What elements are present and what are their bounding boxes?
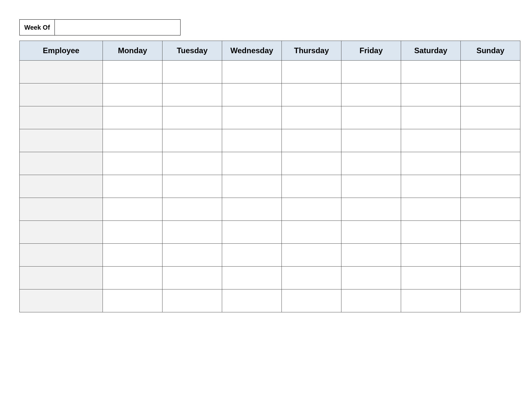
schedule-cell[interactable] (222, 198, 282, 221)
schedule-cell[interactable] (461, 61, 520, 83)
schedule-cell[interactable] (341, 244, 401, 267)
schedule-cell[interactable] (341, 106, 401, 129)
schedule-cell[interactable] (401, 221, 461, 244)
employee-cell[interactable] (20, 198, 103, 221)
schedule-cell[interactable] (222, 83, 282, 106)
header-saturday: Saturday (401, 41, 461, 61)
schedule-cell[interactable] (163, 244, 222, 267)
schedule-cell[interactable] (341, 221, 401, 244)
table-row (20, 221, 520, 244)
schedule-cell[interactable] (103, 244, 163, 267)
schedule-cell[interactable] (163, 83, 222, 106)
schedule-cell[interactable] (103, 289, 163, 312)
header-sunday: Sunday (461, 41, 520, 61)
schedule-cell[interactable] (163, 267, 222, 289)
schedule-cell[interactable] (163, 152, 222, 175)
employee-cell[interactable] (20, 83, 103, 106)
schedule-cell[interactable] (103, 83, 163, 106)
schedule-cell[interactable] (401, 129, 461, 152)
schedule-cell[interactable] (282, 198, 341, 221)
schedule-cell[interactable] (103, 129, 163, 152)
schedule-cell[interactable] (163, 198, 222, 221)
schedule-cell[interactable] (103, 61, 163, 83)
schedule-cell[interactable] (222, 61, 282, 83)
schedule-cell[interactable] (163, 221, 222, 244)
employee-cell[interactable] (20, 106, 103, 129)
schedule-cell[interactable] (341, 61, 401, 83)
schedule-cell[interactable] (163, 289, 222, 312)
schedule-cell[interactable] (163, 175, 222, 198)
week-of-label: Week Of (19, 19, 55, 35)
schedule-cell[interactable] (341, 83, 401, 106)
employee-cell[interactable] (20, 244, 103, 267)
schedule-cell[interactable] (163, 61, 222, 83)
schedule-cell[interactable] (401, 152, 461, 175)
schedule-cell[interactable] (461, 244, 520, 267)
schedule-cell[interactable] (222, 175, 282, 198)
schedule-cell[interactable] (461, 221, 520, 244)
table-row (20, 175, 520, 198)
schedule-cell[interactable] (282, 61, 341, 83)
schedule-cell[interactable] (222, 221, 282, 244)
schedule-cell[interactable] (401, 244, 461, 267)
week-of-input[interactable] (55, 19, 181, 35)
schedule-cell[interactable] (282, 267, 341, 289)
schedule-cell[interactable] (103, 152, 163, 175)
schedule-cell[interactable] (222, 106, 282, 129)
schedule-cell[interactable] (401, 61, 461, 83)
schedule-cell[interactable] (103, 198, 163, 221)
schedule-cell[interactable] (163, 129, 222, 152)
schedule-cell[interactable] (222, 289, 282, 312)
employee-cell[interactable] (20, 267, 103, 289)
schedule-cell[interactable] (341, 198, 401, 221)
schedule-cell[interactable] (103, 106, 163, 129)
schedule-cell[interactable] (103, 221, 163, 244)
schedule-cell[interactable] (401, 83, 461, 106)
schedule-cell[interactable] (401, 267, 461, 289)
schedule-cell[interactable] (103, 267, 163, 289)
schedule-cell[interactable] (222, 267, 282, 289)
schedule-cell[interactable] (461, 83, 520, 106)
employee-cell[interactable] (20, 175, 103, 198)
employee-cell[interactable] (20, 289, 103, 312)
schedule-cell[interactable] (163, 106, 222, 129)
header-employee: Employee (20, 41, 103, 61)
schedule-cell[interactable] (222, 152, 282, 175)
schedule-cell[interactable] (401, 175, 461, 198)
schedule-cell[interactable] (461, 129, 520, 152)
schedule-cell[interactable] (461, 175, 520, 198)
schedule-cell[interactable] (341, 175, 401, 198)
schedule-cell[interactable] (401, 198, 461, 221)
schedule-cell[interactable] (401, 289, 461, 312)
header-row: Employee Monday Tuesday Wednesday Thursd… (20, 41, 520, 61)
schedule-cell[interactable] (401, 106, 461, 129)
schedule-cell[interactable] (282, 244, 341, 267)
schedule-cell[interactable] (222, 129, 282, 152)
schedule-cell[interactable] (282, 221, 341, 244)
employee-cell[interactable] (20, 61, 103, 83)
schedule-cell[interactable] (341, 129, 401, 152)
employee-cell[interactable] (20, 152, 103, 175)
schedule-cell[interactable] (461, 267, 520, 289)
table-row (20, 267, 520, 289)
schedule-cell[interactable] (282, 106, 341, 129)
schedule-cell[interactable] (282, 289, 341, 312)
schedule-cell[interactable] (282, 152, 341, 175)
schedule-cell[interactable] (461, 198, 520, 221)
schedule-cell[interactable] (341, 267, 401, 289)
table-row (20, 244, 520, 267)
schedule-cell[interactable] (461, 106, 520, 129)
schedule-cell[interactable] (282, 175, 341, 198)
schedule-cell[interactable] (282, 83, 341, 106)
employee-cell[interactable] (20, 221, 103, 244)
schedule-cell[interactable] (461, 289, 520, 312)
schedule-cell[interactable] (282, 129, 341, 152)
schedule-page: Week Of Employee Monday Tuesday Wednesda… (0, 0, 532, 411)
schedule-cell[interactable] (341, 289, 401, 312)
schedule-cell[interactable] (341, 152, 401, 175)
header-tuesday: Tuesday (163, 41, 222, 61)
schedule-cell[interactable] (103, 175, 163, 198)
schedule-cell[interactable] (222, 244, 282, 267)
employee-cell[interactable] (20, 129, 103, 152)
schedule-cell[interactable] (461, 152, 520, 175)
